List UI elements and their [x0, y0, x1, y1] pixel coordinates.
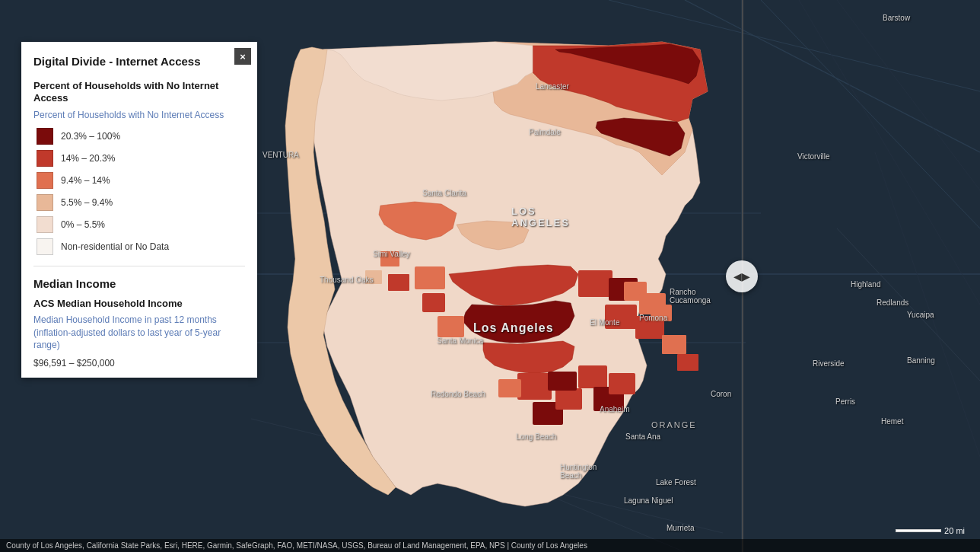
- legend-item-2: 9.4% – 14%: [37, 172, 245, 189]
- acs-heading: ACS Median Household Income: [33, 298, 245, 309]
- legend-color-4: [37, 216, 53, 233]
- acs-subtitle: Median Household Income in past 12 month…: [33, 314, 245, 352]
- section-divider: [33, 266, 245, 266]
- map-navigation[interactable]: ◀▶: [726, 260, 758, 292]
- svg-rect-29: [605, 305, 637, 329]
- svg-rect-26: [438, 316, 464, 337]
- layer-title-internet: Percent of Households with No Internet A…: [33, 110, 245, 122]
- svg-rect-43: [365, 270, 382, 284]
- legend-item-0: 20.3% – 100%: [37, 128, 245, 145]
- svg-rect-44: [388, 274, 409, 291]
- attribution-text: County of Los Angeles, California State …: [6, 541, 587, 550]
- scale-rule: [896, 529, 941, 532]
- legend-color-1: [37, 150, 53, 167]
- attribution-bar: County of Los Angeles, California State …: [0, 539, 980, 552]
- svg-rect-33: [651, 305, 672, 321]
- svg-rect-38: [498, 379, 521, 397]
- svg-rect-27: [578, 270, 612, 297]
- section-heading-internet: Percent of Households with No Internet A…: [33, 80, 245, 106]
- acs-range: $96,591 – $250,000: [33, 358, 245, 369]
- svg-rect-45: [662, 335, 686, 354]
- legend-label-0: 20.3% – 100%: [61, 131, 120, 142]
- legend-color-5: [37, 238, 53, 255]
- nav-arrows-icon: ◀▶: [733, 270, 750, 282]
- legend-color-2: [37, 172, 53, 189]
- scale-bar: 20 mi: [896, 526, 965, 535]
- legend-label-3: 5.5% – 9.4%: [61, 197, 113, 208]
- nav-arrows-button[interactable]: ◀▶: [726, 260, 758, 292]
- legend-panel: × Digital Divide - Internet Access Perce…: [21, 42, 257, 378]
- legend-item-4: 0% – 5.5%: [37, 216, 245, 233]
- legend-items: 20.3% – 100% 14% – 20.3% 9.4% – 14% 5.5%…: [37, 128, 245, 255]
- svg-rect-25: [422, 293, 445, 312]
- svg-rect-39: [578, 365, 607, 388]
- legend-color-0: [37, 128, 53, 145]
- legend-color-3: [37, 194, 53, 211]
- legend-item-5: Non-residential or No Data: [37, 238, 245, 255]
- panel-title: Digital Divide - Internet Access: [33, 54, 245, 69]
- svg-rect-46: [677, 354, 698, 371]
- scale-label: 20 mi: [944, 526, 965, 535]
- svg-rect-42: [380, 251, 399, 266]
- legend-item-1: 14% – 20.3%: [37, 150, 245, 167]
- legend-item-3: 5.5% – 9.4%: [37, 194, 245, 211]
- legend-label-5: Non-residential or No Data: [61, 241, 169, 252]
- svg-rect-24: [415, 266, 445, 289]
- legend-label-2: 9.4% – 14%: [61, 175, 110, 186]
- median-income-heading: Median Income: [33, 277, 245, 290]
- svg-rect-36: [555, 388, 582, 410]
- close-button[interactable]: ×: [234, 48, 251, 65]
- legend-label-1: 14% – 20.3%: [61, 153, 115, 164]
- svg-rect-34: [517, 373, 552, 400]
- legend-label-4: 0% – 5.5%: [61, 219, 105, 230]
- svg-rect-41: [609, 373, 635, 394]
- svg-rect-37: [548, 372, 577, 391]
